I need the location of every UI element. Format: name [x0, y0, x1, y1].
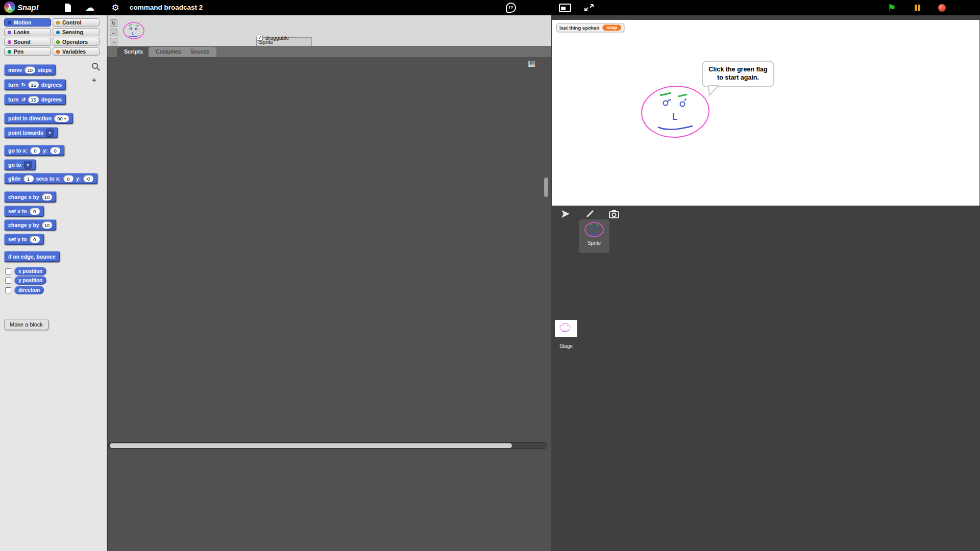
tab-costumes[interactable]: Costumes: [149, 47, 188, 57]
palette-block-point-in-direction[interactable]: point in direction90▾: [4, 113, 73, 124]
snap-logo[interactable]: λ Snap!: [4, 2, 39, 13]
number-input[interactable]: 0: [63, 175, 74, 182]
palette-block-set-x[interactable]: set x to0: [4, 206, 44, 217]
palette-block-turn-ccw[interactable]: turn↺15degrees: [4, 94, 66, 105]
file-menu-button[interactable]: [61, 0, 75, 15]
scrollbar-thumb[interactable]: [110, 443, 512, 448]
block-label: point towards: [8, 130, 43, 136]
settings-menu-button[interactable]: ⚙: [109, 0, 122, 15]
number-input[interactable]: 0: [50, 147, 60, 154]
palette-block-go-to[interactable]: go to▾: [4, 159, 36, 170]
block-label: steps: [38, 67, 52, 73]
number-input[interactable]: 1: [23, 175, 34, 182]
block-palette: Motion Control Looks Sensing Sound Opera…: [0, 15, 107, 551]
sprite-corral-item[interactable]: Sprite: [579, 219, 609, 253]
cloud-menu-button[interactable]: ☁: [83, 0, 96, 15]
reporter-y-position[interactable]: y position: [14, 276, 46, 285]
tab-sounds[interactable]: Sounds: [183, 47, 216, 57]
palette-block-set-y[interactable]: set y to0: [4, 234, 44, 245]
direction-dropdown[interactable]: 90▾: [54, 115, 69, 122]
stage[interactable]: last thing spoken snap Click the green f…: [552, 20, 979, 206]
project-title: command broadcast 2: [130, 4, 203, 11]
number-input[interactable]: 15: [28, 96, 39, 103]
block-label: move: [8, 67, 22, 73]
sprite-name-label: Sprite: [587, 240, 601, 246]
category-sensing[interactable]: Sensing: [53, 28, 100, 36]
presentation-mode-button[interactable]: [557, 0, 573, 15]
palette-block-turn-cw[interactable]: turn↻15degrees: [4, 79, 66, 90]
sprite-drawing-face[interactable]: [638, 80, 714, 140]
number-input[interactable]: 0: [30, 147, 40, 154]
palette-block-bounce[interactable]: if on edge, bounce: [4, 251, 60, 262]
palette-block-change-y[interactable]: change y by10: [4, 219, 56, 231]
variable-watcher[interactable]: last thing spoken snap: [556, 23, 624, 32]
category-sound[interactable]: Sound: [4, 38, 51, 46]
number-input[interactable]: 0: [30, 208, 40, 215]
chevron-down-icon: ▾: [64, 117, 66, 120]
block-label: degrees: [41, 96, 62, 103]
block-label: point in direction: [8, 115, 52, 121]
target-dropdown[interactable]: ▾: [24, 161, 32, 169]
fullscreen-button[interactable]: [582, 0, 596, 15]
category-operators[interactable]: Operators: [53, 38, 100, 46]
target-dropdown[interactable]: ▾: [46, 129, 54, 137]
category-variables[interactable]: Variables: [53, 47, 100, 56]
search-blocks-button[interactable]: [91, 62, 100, 73]
green-flag-icon: ⚑: [887, 2, 896, 14]
reporter-direction[interactable]: direction: [14, 286, 44, 294]
category-looks[interactable]: Looks: [4, 28, 51, 36]
number-input[interactable]: 10: [42, 221, 53, 229]
number-input[interactable]: 0: [30, 236, 40, 243]
category-label: Variables: [62, 48, 86, 55]
sprite-thumbnail[interactable]: [121, 17, 146, 44]
palette-block-glide[interactable]: glide1secs to x:0y:0: [4, 173, 97, 184]
camera-new-sprite-button[interactable]: [606, 207, 622, 220]
palette-block-change-x[interactable]: change x by10: [4, 191, 56, 203]
tab-scripts[interactable]: Scripts: [117, 47, 150, 57]
scripts-pane[interactable]: [107, 57, 551, 551]
add-palette-button[interactable]: +: [92, 76, 96, 84]
paint-new-sprite-button[interactable]: [582, 207, 597, 220]
vertical-scrollbar-thumb[interactable]: [544, 178, 548, 197]
language-alert-button[interactable]: !?: [504, 0, 518, 15]
new-turtle-sprite-button[interactable]: [557, 207, 573, 220]
block-label: glide: [8, 176, 21, 182]
rotation-style-none-button[interactable]: →: [110, 38, 117, 45]
palette-block-point-towards[interactable]: point towards▾: [4, 127, 58, 138]
horizontal-scrollbar[interactable]: [108, 442, 547, 449]
pause-button[interactable]: [910, 0, 925, 15]
draggable-checkbox[interactable]: [257, 35, 263, 41]
fullscreen-icon: [583, 3, 595, 12]
number-input[interactable]: 15: [28, 81, 39, 88]
rotation-style-free-button[interactable]: ↻: [110, 19, 117, 27]
category-dot: [56, 50, 60, 54]
green-flag-button[interactable]: ⚑: [884, 0, 899, 15]
stop-button[interactable]: [934, 0, 949, 15]
tab-strip: Scripts Costumes Sounds: [107, 46, 551, 57]
arrow-icon: →: [111, 39, 116, 44]
lambda-icon: λ: [4, 2, 15, 13]
category-control[interactable]: Control: [53, 18, 100, 27]
category-dot: [8, 50, 11, 54]
rotation-style-leftright-button[interactable]: ↔: [110, 29, 117, 36]
watcher-row-x-position: x position: [5, 267, 46, 276]
stage-thumbnail: [555, 320, 577, 337]
dropdown-value: 90: [57, 116, 63, 121]
palette-block-go-to-xy[interactable]: go to x:0y:0: [4, 145, 64, 156]
category-motion[interactable]: Motion: [4, 18, 51, 27]
watcher-checkbox[interactable]: [5, 278, 11, 284]
stage-corral-item[interactable]: [555, 320, 577, 337]
number-input[interactable]: 10: [42, 193, 53, 201]
block-label: go to x:: [8, 147, 28, 154]
number-input[interactable]: 0: [83, 175, 93, 182]
category-label: Sensing: [62, 29, 83, 35]
reporter-x-position[interactable]: x position: [14, 267, 46, 276]
category-pen[interactable]: Pen: [4, 47, 51, 56]
block-label: if on edge, bounce: [8, 254, 56, 260]
number-input[interactable]: 10: [24, 66, 35, 73]
watcher-checkbox[interactable]: [5, 268, 11, 274]
make-a-block-button[interactable]: Make a block: [4, 319, 48, 330]
scripts-settings-icon[interactable]: ▦: [528, 58, 535, 68]
palette-block-move[interactable]: move10steps: [4, 64, 56, 76]
watcher-checkbox[interactable]: [5, 287, 11, 293]
